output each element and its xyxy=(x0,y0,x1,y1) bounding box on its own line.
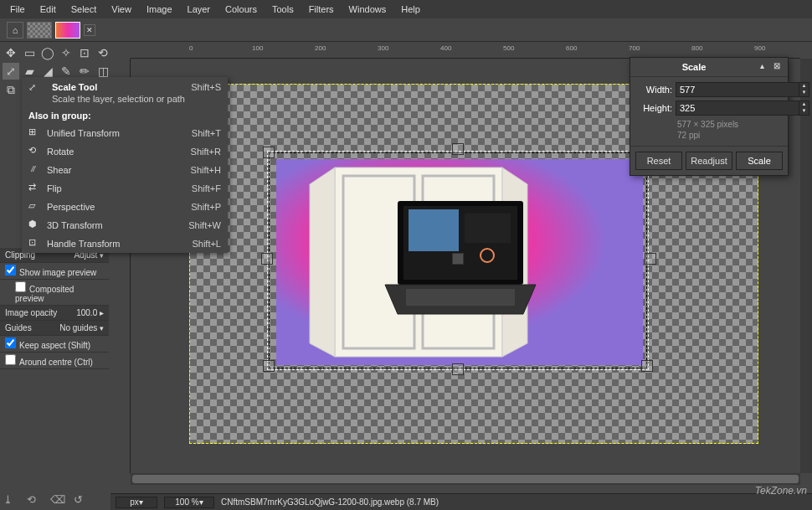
tab-close-button[interactable]: ✕ xyxy=(84,24,95,36)
opt-show-preview[interactable]: Show image preview xyxy=(5,265,96,277)
scale-icon: ⤢ xyxy=(28,82,45,99)
opt-guides-label: Guides xyxy=(5,323,32,332)
rect-select-tool-icon[interactable]: ▭ xyxy=(21,44,38,61)
reset-options-icon[interactable]: ↺ xyxy=(74,493,87,507)
handle-se[interactable] xyxy=(641,360,653,372)
image-tab-1[interactable] xyxy=(27,22,52,39)
menu-view[interactable]: View xyxy=(105,3,138,16)
scale-dialog: Scale ▴ ⊠ Width: ▲▼ Height: ▲▼ xyxy=(630,57,789,176)
dialog-minimize-icon[interactable]: ▴ xyxy=(756,61,768,73)
clone-tool-icon[interactable]: ⧉ xyxy=(3,81,19,98)
menu-windows[interactable]: Windows xyxy=(342,3,393,16)
status-bar: px ▾ 100 % ▾ CNftmSBM7mrKyG3GLoQjwG-1200… xyxy=(110,493,812,510)
tooltip-title: Scale Tool xyxy=(52,82,97,92)
opt-composited[interactable]: Composited preview xyxy=(5,281,104,303)
menu-filters[interactable]: Filters xyxy=(302,3,341,16)
opt-around-centre[interactable]: Around centre (Ctrl) xyxy=(5,354,93,367)
status-filename: CNftmSBM7mrKyG3GLoQjwG-1200-80.jpg.webp … xyxy=(221,497,439,507)
scale-button[interactable]: Scale xyxy=(736,152,783,170)
opt-opacity-label: Image opacity xyxy=(5,308,57,317)
reset-button[interactable]: Reset xyxy=(635,152,682,170)
group-item-shear[interactable]: ⫽ShearShift+H xyxy=(22,161,228,179)
handle-nw[interactable] xyxy=(263,147,275,158)
handle-n[interactable] xyxy=(452,143,464,155)
handle-center[interactable] xyxy=(452,253,464,265)
width-input[interactable]: ▲▼ xyxy=(676,82,809,97)
scale-tool-icon[interactable]: ⤢ xyxy=(3,63,19,80)
group-item-flip[interactable]: ⇄FlipShift+F xyxy=(22,179,228,198)
dialog-title: Scale xyxy=(635,62,753,72)
handle-w[interactable] xyxy=(261,253,273,265)
group-item-handle[interactable]: ⊡Handle TransformShift+L xyxy=(22,234,228,253)
scrollbar-horizontal[interactable] xyxy=(131,473,800,485)
width-down-icon[interactable]: ▼ xyxy=(799,90,809,96)
save-options-icon[interactable]: ⤓ xyxy=(3,493,17,507)
image-tab-strip: ⌂ ✕ xyxy=(0,18,812,42)
menu-select[interactable]: Select xyxy=(64,3,104,16)
move-tool-icon[interactable]: ✥ xyxy=(3,44,19,61)
dialog-size-info: 577 × 325 pixels xyxy=(635,119,783,130)
dialog-ppi-info: 72 ppi xyxy=(635,130,783,141)
ruler-horizontal: 0 100 200 300 400 500 600 700 800 900 xyxy=(131,42,800,59)
status-zoom-select[interactable]: 100 % ▾ xyxy=(164,497,214,508)
watermark: TekZone.vn xyxy=(755,485,807,497)
fuzzy-select-tool-icon[interactable]: ✧ xyxy=(58,44,75,61)
group-item-unified[interactable]: ⊞Unified TransformShift+T xyxy=(22,124,228,142)
image-tab-2[interactable] xyxy=(55,22,80,39)
tooltip-description: Scale the layer, selection or path xyxy=(52,94,221,104)
crop-tool-icon[interactable]: ⊡ xyxy=(76,44,93,61)
opt-keep-aspect[interactable]: Keep aspect (Shift) xyxy=(5,337,90,350)
dialog-close-icon[interactable]: ⊠ xyxy=(771,61,783,73)
width-up-icon[interactable]: ▲ xyxy=(799,83,809,90)
menu-colours[interactable]: Colours xyxy=(218,3,264,16)
group-item-rotate[interactable]: ⟲RotateShift+R xyxy=(22,142,228,161)
rotate-tool-icon[interactable]: ⟲ xyxy=(95,44,111,61)
menu-image[interactable]: Image xyxy=(140,3,179,16)
tooltip-group-label: Also in group: xyxy=(22,109,228,124)
toolbox-footer: ⤓ ⟲ ⌫ ↺ xyxy=(3,493,87,507)
group-item-3d[interactable]: ⬢3D TransformShift+W xyxy=(22,216,228,234)
menu-layer[interactable]: Layer xyxy=(181,3,218,16)
menu-tools[interactable]: Tools xyxy=(265,3,301,16)
menu-bar: File Edit Select View Image Layer Colour… xyxy=(0,0,812,18)
tool-tooltip-popup: ⤢ Scale Tool Shift+S Scale the layer, se… xyxy=(22,77,228,253)
handle-s[interactable] xyxy=(452,363,464,375)
handle-sw[interactable] xyxy=(263,360,275,372)
group-item-perspective[interactable]: ▱PerspectiveShift+P xyxy=(22,198,228,216)
height-down-icon[interactable]: ▼ xyxy=(799,108,809,115)
home-tab[interactable]: ⌂ xyxy=(7,22,23,39)
height-input[interactable]: ▲▼ xyxy=(676,100,809,116)
scrollbar-vertical[interactable] xyxy=(800,59,812,473)
status-unit-select[interactable]: px ▾ xyxy=(116,497,157,508)
menu-help[interactable]: Help xyxy=(394,3,427,16)
tool-options-panel: ClippingAdjust ▾ Show image preview Comp… xyxy=(0,248,109,369)
menu-file[interactable]: File xyxy=(3,3,32,16)
tooltip-shortcut: Shift+S xyxy=(191,82,221,92)
readjust-button[interactable]: Readjust xyxy=(686,152,732,170)
menu-edit[interactable]: Edit xyxy=(33,3,63,16)
handle-e[interactable] xyxy=(645,253,656,265)
delete-options-icon[interactable]: ⌫ xyxy=(50,493,64,507)
height-label: Height: xyxy=(635,103,672,113)
height-up-icon[interactable]: ▲ xyxy=(799,101,809,108)
restore-options-icon[interactable]: ⟲ xyxy=(27,493,40,507)
lasso-tool-icon[interactable]: ◯ xyxy=(39,44,56,61)
width-label: Width: xyxy=(635,85,672,95)
